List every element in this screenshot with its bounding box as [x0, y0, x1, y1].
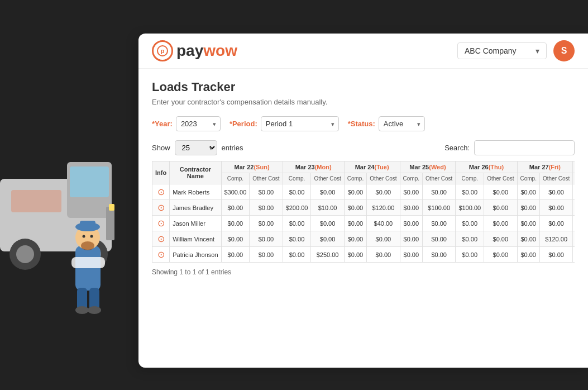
cell-mar27-other: $0.00	[539, 184, 572, 200]
cell-mar25-other: $0.00	[423, 216, 456, 231]
col-mar24: Mar 24(Tue)	[344, 161, 400, 173]
cell-mar25-comp: $0.00	[400, 231, 422, 247]
logo: p paywow	[152, 40, 237, 61]
info-cell[interactable]: ⊙	[152, 247, 170, 263]
cell-mar25-comp: $0.00	[400, 216, 422, 231]
info-cell[interactable]: ⊙	[152, 231, 170, 247]
sub-mar22-comp: Comp.	[221, 173, 250, 184]
svg-point-15	[81, 241, 94, 250]
status-select[interactable]: Active Inactive	[379, 116, 425, 131]
status-label: *Status:	[348, 120, 375, 128]
cell-mar25-comp: $0.00	[400, 184, 422, 200]
cell-mar24-comp: $0.00	[344, 184, 366, 200]
total-comp: $40.00	[573, 216, 575, 231]
cell-mar23-other: $250.00	[311, 247, 344, 263]
cell-mar22-comp: $300.00	[221, 184, 250, 200]
cell-mar25-comp: $0.00	[400, 247, 422, 263]
cell-mar24-other: $0.00	[367, 184, 400, 200]
year-select[interactable]: 2023 2024	[176, 116, 221, 131]
total-comp: $300.00	[573, 184, 575, 200]
col-mar23: Mar 23(Mon)	[283, 161, 344, 173]
status-filter: *Status: Active Inactive	[348, 116, 425, 131]
sub-mar23-comp: Comp.	[283, 173, 311, 184]
svg-rect-11	[71, 257, 105, 268]
search-group: Search:	[444, 140, 575, 155]
svg-point-17	[90, 235, 93, 238]
cell-mar23-comp: $0.00	[283, 247, 311, 263]
cell-mar24-other: $40.00	[367, 216, 400, 231]
sub-mar24-comp: Comp.	[344, 173, 366, 184]
company-selector[interactable]: ABC Company ▾	[457, 42, 547, 59]
cell-mar27-other: $0.00	[539, 200, 572, 216]
cell-mar22-comp: $0.00	[221, 247, 250, 263]
svg-rect-8	[109, 204, 114, 211]
cell-mar26-other: $0.00	[484, 216, 517, 231]
cell-mar25-comp: $0.00	[400, 200, 422, 216]
sub-mar25-comp: Comp.	[400, 173, 422, 184]
info-cell[interactable]: ⊙	[152, 216, 170, 231]
entries-select[interactable]: 25 50 100	[175, 140, 217, 155]
svg-point-20	[75, 306, 89, 314]
cell-mar25-other: $0.00	[423, 184, 456, 200]
year-label: *Year:	[152, 120, 173, 128]
table-row: ⊙ Mark Roberts $300.00$0.00$0.00$0.00$0.…	[152, 184, 575, 200]
cell-mar27-other: $0.00	[539, 216, 572, 231]
sub-mar22-other: Other Cost	[250, 173, 283, 184]
sub-mar23-other: Other Cost	[311, 173, 344, 184]
col-mar26: Mar 26(Thu)	[456, 161, 517, 173]
main-card: p paywow ABC Company ▾ S Loads Tracker E…	[138, 34, 588, 368]
col-info: Info	[152, 161, 170, 184]
search-input[interactable]	[474, 140, 575, 155]
cell-mar26-comp: $0.00	[456, 247, 484, 263]
table-row: ⊙ Patricia Jhonson $0.00$0.00$0.00$250.0…	[152, 247, 575, 263]
table-controls: Show 25 50 100 entries Search:	[152, 140, 575, 155]
period-select[interactable]: Period 1 Period 2	[261, 116, 339, 131]
page-subtitle: Enter your contractor's compensation det…	[152, 98, 575, 106]
sub-mar26-other: Other Cost	[484, 173, 517, 184]
data-table-wrapper: Info ContractorName Mar 22(Sun) Mar 23(M…	[152, 161, 575, 263]
cell-mar23-other: $0.00	[311, 184, 344, 200]
period-select-wrapper[interactable]: Period 1 Period 2	[261, 116, 339, 131]
svg-point-21	[88, 306, 101, 314]
cell-mar26-other: $0.00	[484, 231, 517, 247]
header: p paywow ABC Company ▾ S	[138, 34, 588, 69]
contractor-name: James Bradley	[170, 200, 221, 216]
entries-label: entries	[222, 144, 243, 152]
cell-mar26-comp: $0.00	[456, 231, 484, 247]
avatar[interactable]: S	[553, 40, 575, 61]
svg-rect-9	[11, 190, 61, 212]
show-label: Show	[152, 144, 170, 152]
contractor-name: William Vincent	[170, 231, 221, 247]
entries-select-wrapper[interactable]: 25 50 100	[175, 140, 217, 155]
col-total: Total	[573, 161, 575, 173]
table-row: ⊙ William Vincent $0.00$0.00$0.00$0.00$0…	[152, 231, 575, 247]
cell-mar22-comp: $0.00	[221, 200, 250, 216]
company-name: ABC Company	[465, 46, 517, 55]
sub-mar27-other: Other Cost	[539, 173, 572, 184]
year-select-wrapper[interactable]: 2023 2024	[176, 116, 221, 131]
cell-mar24-comp: $0.00	[344, 231, 366, 247]
filters-row: *Year: 2023 2024 *Period: Period 1 Perio…	[152, 116, 575, 131]
info-cell[interactable]: ⊙	[152, 184, 170, 200]
cell-mar23-other: $10.00	[311, 200, 344, 216]
status-select-wrapper[interactable]: Active Inactive	[379, 116, 425, 131]
cell-mar23-other: $0.00	[311, 231, 344, 247]
cell-mar24-other: $0.00	[367, 231, 400, 247]
info-cell[interactable]: ⊙	[152, 200, 170, 216]
col-mar25: Mar 25(Wed)	[400, 161, 456, 173]
show-entries: Show 25 50 100 entries	[152, 140, 243, 155]
cell-mar27-comp: $0.00	[517, 200, 539, 216]
cell-mar22-other: $0.00	[250, 216, 283, 231]
cell-mar22-other: $0.00	[250, 231, 283, 247]
cell-mar22-other: $0.00	[250, 200, 283, 216]
svg-rect-7	[106, 207, 114, 240]
content-area: Loads Tracker Enter your contractor's co…	[138, 69, 588, 367]
page-title: Loads Tracker	[152, 80, 575, 94]
cell-mar23-comp: $0.00	[283, 231, 311, 247]
contractor-name: Mark Roberts	[170, 184, 221, 200]
scene: p paywow ABC Company ▾ S Loads Tracker E…	[0, 0, 588, 390]
total-comp: $0.00	[573, 231, 575, 247]
cell-mar25-other: $0.00	[423, 231, 456, 247]
cell-mar27-other: $0.00	[539, 247, 572, 263]
sub-total-comp: Comp.	[573, 173, 575, 184]
